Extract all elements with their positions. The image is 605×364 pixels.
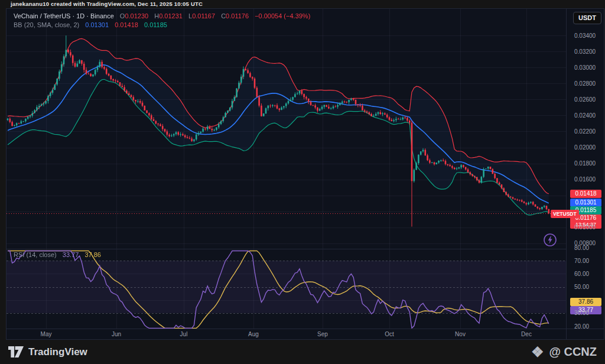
time-axis-label: Dec [515,331,538,337]
tradingview-logo-icon [8,346,24,358]
price-axis-label: 0.01000 [574,224,596,230]
price-axis-label: 0.02000 [574,144,596,151]
price-axis-label: 0.02800 [574,80,596,87]
price-axis-label: 0.01800 [574,160,596,167]
ccnz-brand: ❖ @ CCNZ [531,345,597,359]
bb-row: BB (20, SMA, close, 2) 0.01301 0.01418 0… [14,21,310,28]
chart-frame: MayJunJulAugSepOctNovDec VETUSDT 0.01418… [6,8,604,340]
currency-toggle-badge[interactable]: USDT [573,12,601,24]
watermark-text: janekananu10 created with TradingView.co… [11,1,203,7]
price-axis-label: 0.02600 [574,96,596,103]
rsi-title[interactable]: RSI (14, close) [14,251,57,258]
time-axis-label: Jun [105,331,128,337]
price-pane-canvas[interactable] [6,9,566,249]
price-axis[interactable]: 0.01418 0.01301 0.01185 0.01176 13:54:37… [566,9,604,339]
rsi-axis-label: 70.00 [574,258,589,264]
rsi-ma-value: 37.86 [84,251,101,258]
symbol-title[interactable]: VeChain / TetherUS · 1D · Binance [14,12,114,20]
time-axis-label: Sep [311,331,334,337]
open-value: 0.01230 [125,12,148,20]
low-value: 0.01167 [192,12,215,20]
bb-basis-value: 0.01301 [85,21,109,28]
time-axis-label: May [34,331,58,337]
rsi-axis-label: 20.00 [574,323,589,330]
price-axis-label: 0.02400 [574,112,596,119]
rsi-legend[interactable]: RSI (14, close) 33.77 37.86 [14,251,101,258]
rsi-axis-label: 30.00 [574,310,589,316]
bb-basis-badge: 0.01301 [570,199,601,207]
high-value: 0.01231 [159,12,183,20]
symbol-row: VeChain / TetherUS · 1D · Binance O0.012… [14,12,310,20]
bb-upper-value: 0.01418 [115,21,138,28]
instant-trading-icon[interactable] [543,233,557,247]
price-axis-label: 0.03200 [574,48,596,55]
ccnz-brand-text: @ CCNZ [549,345,597,359]
diamond-logo-icon: ❖ [531,345,544,359]
price-axis-label: 0.03000 [574,64,596,71]
bb-upper-badge: 0.01418 [570,190,601,198]
tradingview-screenshot: janekananu10 created with TradingView.co… [0,0,605,364]
tradingview-brand[interactable]: TradingView [8,346,87,358]
time-axis[interactable]: MayJunJulAugSepOctNovDec [6,329,604,340]
price-axis-label: 0.02200 [574,128,596,135]
time-axis-label: Nov [448,331,472,337]
rsi-axis-label: 50.00 [574,284,589,290]
high-label: H [154,12,159,20]
rsi-pane-canvas[interactable] [6,249,566,329]
tradingview-brand-text: TradingView [28,346,87,358]
bb-lower-value: 0.01185 [144,21,167,28]
pane-divider[interactable] [6,249,566,249]
rsi-value: 33.77 [63,251,79,258]
price-axis-label: 0.01600 [574,176,596,183]
time-axis-label: Aug [242,331,265,337]
change-value: −0.00054 (−4.39%) [255,12,310,20]
rsi-axis-label: 80.00 [574,245,589,251]
time-axis-label: Jul [172,331,196,337]
rsi-ma-badge: 37.86 [570,298,601,306]
close-label: C [221,12,226,20]
time-axis-label: Oct [378,331,401,337]
price-axis-label: 0.03400 [574,32,596,39]
chart-plot-area[interactable]: MayJunJulAugSepOctNovDec VETUSDT [6,9,566,339]
main-legend[interactable]: VeChain / TetherUS · 1D · Binance O0.012… [14,12,310,30]
symbol-price-tag: VETUSDT [551,210,579,218]
rsi-axis-label: 60.00 [574,271,589,277]
bb-title[interactable]: BB (20, SMA, close, 2) [14,21,79,28]
close-value: 0.01176 [226,12,249,20]
footer-bar: TradingView ❖ @ CCNZ [0,340,605,364]
